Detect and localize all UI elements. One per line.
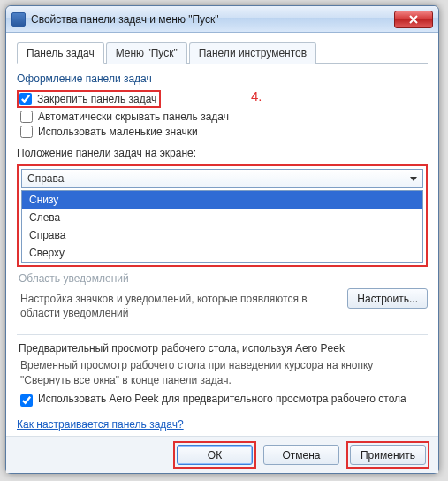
position-selected: Справа: [27, 172, 64, 185]
tab-strip: Панель задач Меню "Пуск" Панели инструме…: [17, 42, 428, 64]
help-link[interactable]: Как настраивается панель задач?: [17, 418, 184, 431]
dialog-footer: ОК Отмена Применить: [6, 436, 438, 473]
tab-start-menu[interactable]: Меню "Пуск": [106, 42, 187, 64]
close-icon: [409, 15, 418, 24]
small-icons-checkbox[interactable]: [20, 126, 33, 138]
tab-label: Панель задач: [27, 47, 95, 59]
position-option-right[interactable]: Справа: [22, 226, 422, 244]
small-icons-label: Использовать маленькие значки: [38, 126, 198, 138]
help-link-label: Как настраивается панель задач?: [17, 418, 184, 431]
option-label: Снизу: [29, 194, 58, 206]
highlight-apply: Применить: [346, 441, 429, 469]
properties-window: Свойства панели задач и меню "Пуск" Пане…: [5, 5, 439, 474]
position-option-left[interactable]: Слева: [22, 209, 422, 226]
button-label: Настроить...: [357, 293, 418, 305]
client-area: Панель задач Меню "Пуск" Панели инструме…: [6, 33, 438, 473]
notification-desc: Настройка значков и уведомлений, которые…: [20, 292, 335, 320]
apply-button[interactable]: Применить: [350, 445, 426, 465]
chevron-down-icon: [410, 177, 417, 181]
cancel-button[interactable]: Отмена: [263, 445, 339, 465]
aero-desc: Временный просмотр рабочего стола при на…: [20, 358, 424, 386]
autohide-checkbox[interactable]: [20, 111, 33, 123]
tab-label: Меню "Пуск": [116, 47, 178, 59]
tab-toolbars[interactable]: Панели инструментов: [189, 42, 316, 64]
ok-button[interactable]: ОК: [177, 445, 253, 465]
aero-peek-row[interactable]: Использовать Aero Peek для предварительн…: [20, 393, 428, 407]
lock-taskbar-label: Закрепить панель задач: [37, 93, 156, 105]
option-label: Справа: [29, 229, 65, 241]
highlight-lock-taskbar: Закрепить панель задач: [17, 90, 161, 108]
small-icons-row[interactable]: Использовать маленькие значки: [20, 126, 428, 138]
position-option-bottom[interactable]: Снизу: [22, 191, 422, 209]
notification-row: Настройка значков и уведомлений, которые…: [17, 288, 428, 325]
button-label: ОК: [208, 449, 222, 462]
position-combobox[interactable]: Справа: [21, 169, 423, 188]
window-title: Свойства панели задач и меню "Пуск": [31, 13, 394, 26]
lock-taskbar-checkbox[interactable]: [19, 93, 32, 105]
aero-peek-label: Использовать Aero Peek для предварительн…: [38, 393, 406, 405]
autohide-row[interactable]: Автоматически скрывать панель задач: [20, 111, 428, 123]
separator: [17, 334, 428, 335]
notification-heading: Область уведомлений: [19, 272, 428, 285]
app-icon: [11, 12, 26, 27]
appearance-heading: Оформление панели задач: [17, 73, 428, 85]
tab-label: Панели инструментов: [199, 47, 307, 59]
highlight-position-select: Справа Снизу Слева Справа Сверху: [17, 164, 428, 267]
highlight-ok: ОК: [173, 441, 256, 469]
lock-taskbar-row[interactable]: Закрепить панель задач: [19, 93, 156, 105]
option-label: Слева: [29, 211, 60, 224]
button-label: Применить: [361, 449, 415, 462]
button-label: Отмена: [282, 449, 320, 462]
close-button[interactable]: [394, 11, 433, 28]
autohide-label: Автоматически скрывать панель задач: [38, 111, 229, 123]
position-option-top[interactable]: Сверху: [22, 244, 422, 262]
position-dropdown: Снизу Слева Справа Сверху: [21, 190, 423, 263]
position-heading: Положение панели задач на экране:: [17, 147, 428, 159]
aero-heading: Предварительный просмотр рабочего стола,…: [19, 342, 426, 355]
configure-button[interactable]: Настроить...: [347, 288, 428, 309]
annotation-marker: 4.: [251, 88, 262, 103]
option-label: Сверху: [29, 247, 65, 259]
aero-peek-checkbox[interactable]: [20, 394, 33, 407]
tab-taskbar[interactable]: Панель задач: [17, 42, 104, 64]
titlebar[interactable]: Свойства панели задач и меню "Пуск": [6, 6, 438, 33]
